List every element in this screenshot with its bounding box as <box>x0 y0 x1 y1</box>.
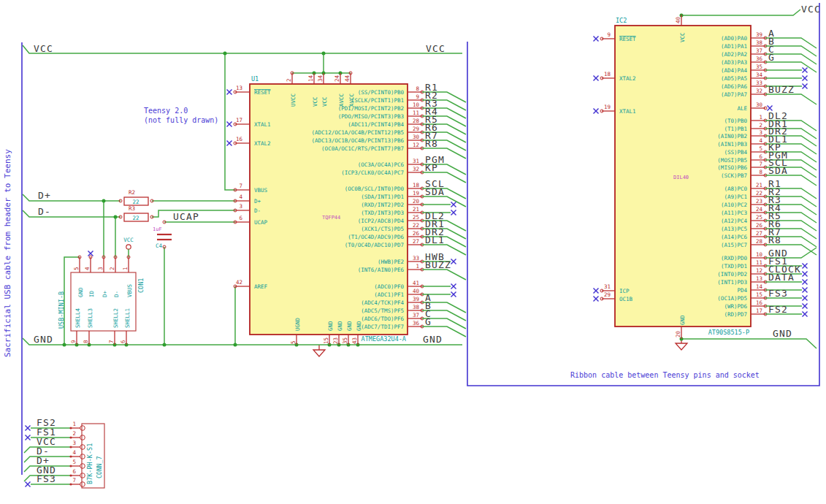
net-wire[interactable] <box>225 53 235 190</box>
pin-name: (RD)PD7 <box>724 311 747 318</box>
net-label[interactable]: DATA <box>768 272 795 283</box>
net-label[interactable]: SDA <box>768 165 788 176</box>
no-connect-x-icon <box>26 426 31 431</box>
pin-name: (AD0)PA0 <box>721 35 748 42</box>
pin-name: SHELL2 <box>112 308 119 328</box>
no-connect-x-icon <box>227 90 232 95</box>
net-wire[interactable] <box>422 196 466 207</box>
net-wire[interactable] <box>681 9 800 15</box>
pin-name: (ADC11/PCINT4)PB4 <box>348 121 404 128</box>
net-label-ucap[interactable]: UCAP <box>173 211 199 222</box>
net-label[interactable]: FS3 <box>37 473 56 484</box>
pin-number: 28 <box>756 238 763 245</box>
pin-number: 2 <box>759 122 762 129</box>
pin-number: 37 <box>413 312 419 318</box>
u1-package[interactable]: TQFP44 <box>322 215 340 221</box>
pin-number: 18 <box>413 182 420 188</box>
conn7-value[interactable]: B7K-PH-K-S1 <box>86 443 93 484</box>
pin-name: GND <box>327 321 334 331</box>
pin-name: (AD2)PA2 <box>721 51 747 58</box>
pin-name: (A9)PC1 <box>724 194 747 200</box>
ic2-package[interactable]: DIL40 <box>673 175 689 180</box>
net-label-dplus[interactable]: D+ <box>38 190 51 201</box>
pin-name: (ICP3/CLK0/OC4A)PC7 <box>341 169 404 176</box>
net-wire[interactable] <box>23 45 462 53</box>
pin-number: 33 <box>413 255 419 261</box>
no-connect-x-icon <box>451 292 456 297</box>
pin-number: 32 <box>756 88 762 94</box>
vcc-symbol-label: VCC <box>123 237 134 243</box>
ic2-reference[interactable]: IC2 <box>616 17 627 24</box>
pin-name: GND <box>356 321 362 331</box>
net-label[interactable]: R8 <box>768 234 781 245</box>
no-connect-x-icon <box>803 264 808 269</box>
net-label[interactable]: G <box>425 316 432 327</box>
pin-name: UGND <box>294 317 301 331</box>
pin-name: VBUS <box>126 283 133 297</box>
no-connect-x-icon <box>803 280 808 285</box>
net-label[interactable]: SDA <box>425 186 445 197</box>
r2-value[interactable]: 22 <box>132 199 139 205</box>
pin-number: 8 <box>416 85 419 92</box>
c4-value[interactable]: 1uF <box>153 226 162 232</box>
pin-number: 3 <box>239 203 242 210</box>
pin-number: 13 <box>236 85 242 91</box>
pin-number: 13 <box>756 275 762 282</box>
pin-number: 26 <box>756 222 763 229</box>
pin-number: 32 <box>413 166 419 172</box>
pin-number: 23 <box>332 337 339 344</box>
pin-name: AREF <box>254 283 268 290</box>
pin-number: 39 <box>756 31 762 38</box>
net-label-dminus[interactable]: D- <box>38 206 51 217</box>
pin-name: XTAL1 <box>254 121 271 128</box>
net-wire[interactable] <box>422 270 466 280</box>
u1-value[interactable]: ATMEGA32U4-A <box>362 335 406 343</box>
no-connect-x-icon <box>803 296 808 301</box>
net-label-vcc-left[interactable]: VCC <box>34 43 53 54</box>
net-label[interactable]: BUZZ <box>425 259 451 270</box>
wire-junction-dot <box>223 52 227 56</box>
conn7-reference[interactable]: CONN_7 <box>96 456 103 478</box>
con1-reference[interactable]: CON1 <box>137 278 145 293</box>
u1-reference[interactable]: U1 <box>251 75 259 83</box>
net-label-vcc-right[interactable]: VCC <box>426 43 445 54</box>
pin-number: 42 <box>236 279 242 286</box>
net-label[interactable]: DL1 <box>425 234 445 245</box>
r3-value[interactable]: 22 <box>132 215 139 221</box>
r3-reference[interactable]: R3 <box>129 205 135 212</box>
pin-number: 9 <box>416 93 419 100</box>
con1-value[interactable]: USB-MINI-B <box>58 291 65 329</box>
pin-number: 22 <box>756 190 762 196</box>
net-label[interactable]: KP <box>425 162 438 173</box>
wire-junction-dot <box>322 52 326 56</box>
net-label[interactable]: BUZZ <box>768 84 795 95</box>
net-wire[interactable] <box>765 62 817 72</box>
net-label[interactable]: G <box>768 52 775 63</box>
pin-number: 33 <box>756 80 762 86</box>
r2-reference[interactable]: R2 <box>129 189 135 196</box>
ic2-value[interactable]: AT90S8515-P <box>708 329 749 336</box>
net-label-gnd-right[interactable]: GND <box>423 334 443 345</box>
pin-number: 9 <box>607 31 611 38</box>
net-label-gnd-ic2[interactable]: GND <box>773 328 792 339</box>
net-label-vcc-ic2[interactable]: VCC <box>801 4 821 15</box>
pin-name: (A12)PC4 <box>721 218 748 224</box>
pin-name: (INT1)PD3 <box>717 279 747 286</box>
vcc-power-symbol[interactable] <box>126 245 131 249</box>
pin-number: 16 <box>756 299 763 306</box>
pin-number: 5 <box>759 145 762 152</box>
c4-reference[interactable]: C4 <box>156 243 163 249</box>
pin-number: 9 <box>70 340 77 343</box>
pin-number: 6 <box>120 340 126 343</box>
net-label[interactable]: FS2 <box>768 304 788 315</box>
pin-name: (MOSI)PB5 <box>717 157 747 164</box>
pin-name: (AD7)PA7 <box>721 91 747 98</box>
net-wire[interactable] <box>681 339 817 348</box>
wire-junction-dot <box>114 215 118 219</box>
net-label-gnd-left[interactable]: GND <box>34 334 53 345</box>
net-label[interactable]: R8 <box>425 138 438 149</box>
no-connect-x-icon <box>451 259 456 264</box>
net-label[interactable]: FS3 <box>768 288 788 299</box>
net-wire[interactable] <box>765 94 817 104</box>
pin-number: 17 <box>236 117 242 123</box>
